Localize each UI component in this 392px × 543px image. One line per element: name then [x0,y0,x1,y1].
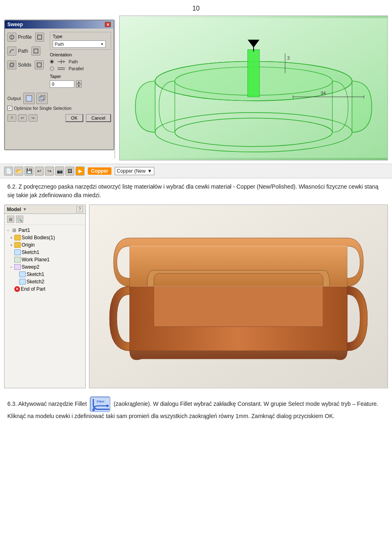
type-dropdown-arrow: ▼ [100,42,104,46]
footer-redo-icon[interactable]: ↪ [29,114,38,122]
path-action-icon[interactable] [31,47,40,56]
copper-dropdown[interactable]: Copper (New ▼ [115,167,154,175]
tree-expand-sweep2: − [9,265,13,269]
svg-rect-4 [10,64,13,67]
svg-text:34: 34 [321,91,326,96]
tree-item-end-of-part[interactable]: ✕ End of Part [4,285,85,293]
3d-view-copper [89,205,388,388]
type-section-title: Type [53,34,108,39]
model-tree-toolbar: ⊟ 🔍 [4,214,85,225]
footer-help-icon[interactable]: ? [7,114,16,122]
dialog-title: Sweep [7,22,23,27]
tree-item-workplane1[interactable]: Work Plane1 [4,256,85,263]
orientation-section: Orientation Path [50,52,111,71]
tree-item-solid-bodies[interactable]: + Solid Bodies(1) [4,234,85,241]
cancel-button[interactable]: Cancel [86,114,111,122]
tree-label-solid-bodies: Solid Bodies(1) [22,235,55,240]
fillet-tool-icon: Fillet [90,396,110,412]
toolbar-section: 📄 📂 💾 ↩ ↪ 📷 🖼 ▶ Copper Copper (New ▼ [0,164,392,178]
path-label: Path [18,48,28,54]
profile-icon[interactable] [7,33,16,42]
tree-icon-part1: ⊞ [11,227,18,233]
tree-item-sketch2-sweep[interactable]: Sketch2 [4,278,85,285]
path-dialog-icon[interactable] [7,47,16,56]
orientation-parallel-row[interactable]: Parallel [50,66,111,71]
dialog-close-button[interactable]: ✕ [105,22,111,27]
new-doc-icon[interactable]: 📄 [4,167,13,176]
bottom-text-section: 6.3. Aktywować narzędzie Fillet Fillet (… [0,393,392,424]
camera-icon[interactable]: 📷 [55,167,64,176]
page-number: 10 [0,0,392,16]
orientation-path-radio[interactable] [50,60,54,64]
footer-undo-icon[interactable]: ↩ [18,114,27,122]
copper-coil-svg [89,205,388,388]
solids-icon[interactable] [7,60,16,69]
tree-label-sketch2-sweep: Sketch2 [27,279,44,285]
sweep-dialog: Sweep ✕ Profile [4,20,114,150]
solids-action-icon[interactable] [35,60,44,69]
type-section: Type Path ▼ [50,32,111,50]
tree-expand-solid: + [9,236,13,240]
tree-item-sketch1-main[interactable]: Sketch1 [4,249,85,256]
tree-expand-origin: + [9,243,13,247]
tree-icon-end-of-part: ✕ [14,286,20,292]
taper-section: Taper 0 ▲ ▼ [50,74,111,88]
paragraph-2-line1: 6.3. Aktywować narzędzie Fillet [7,401,87,407]
svg-rect-24 [248,49,260,97]
taper-down-button[interactable]: ▼ [76,84,82,88]
tree-item-part1[interactable]: − ⊞ Part1 [4,227,85,234]
model-tree-help-icon[interactable]: ? [76,206,83,212]
svg-rect-3 [34,49,38,53]
orientation-path-label: Path [69,59,78,64]
output-btn-1[interactable] [23,93,35,104]
save-icon[interactable]: 💾 [24,167,33,176]
svg-text:Fillet: Fillet [97,400,105,403]
paragraph-1-text: 6.2. Z podręcznego paska narzędzi otworz… [7,183,379,198]
undo-icon[interactable]: ↩ [35,167,44,176]
orientation-path-row[interactable]: Path [50,59,111,65]
copper-badge: Copper [88,167,111,175]
model-tree-title-text: Model [7,207,21,212]
taper-spinners: ▲ ▼ [76,80,82,88]
top-section: Sweep ✕ Profile [0,16,392,160]
orientation-parallel-radio[interactable] [50,67,54,71]
taper-field[interactable]: 0 [50,80,74,88]
type-select[interactable]: Path ▼ [53,40,106,48]
tree-item-origin[interactable]: + Origin [4,241,85,249]
render-icon[interactable]: 🖼 [65,167,74,176]
output-btn-2[interactable] [36,93,48,104]
output-buttons [23,93,48,104]
tree-icon-sweep2 [14,264,21,270]
ok-button[interactable]: OK [65,114,83,122]
tree-item-sweep2[interactable]: − Sweep2 [4,263,85,271]
copper-dropdown-arrow: ▼ [147,168,152,174]
optimize-checkbox-row[interactable]: Optimize for Single Selection [7,106,111,111]
toolbar-icons: 📄 📂 💾 ↩ ↪ 📷 🖼 ▶ [4,167,85,176]
profile-label: Profile [18,34,32,40]
cursor-icon[interactable]: ▶ [76,167,85,176]
svg-rect-2 [38,35,42,39]
tree-label-sketch1-sweep: Sketch1 [27,272,44,277]
tree-search-icon[interactable]: 🔍 [16,216,23,223]
taper-up-button[interactable]: ▲ [76,80,82,84]
tree-item-sketch1-sweep[interactable]: Sketch1 [4,271,85,278]
tree-items: − ⊞ Part1 + Solid Bodies(1) + Origin Ske… [4,225,85,294]
profile-action-icon[interactable] [35,33,44,42]
tree-label-end-of-part: End of Part [21,286,45,292]
tree-filter-icon[interactable]: ⊟ [7,216,14,223]
dialog-titlebar: Sweep ✕ [5,20,114,29]
model-dropdown-arrow[interactable]: ▼ [23,207,27,211]
open-icon[interactable]: 📂 [14,167,23,176]
svg-point-38 [106,405,109,407]
svg-text:3: 3 [287,56,290,60]
model-tree-title: Model ▼ [7,207,27,212]
model-tree-panel: Model ▼ ? ⊟ 🔍 − ⊞ Part1 + Solid Bodies(1… [4,205,86,388]
optimize-checkbox[interactable] [7,106,12,111]
footer-icons: ? ↩ ↪ [7,114,38,122]
redo-icon[interactable]: ↪ [45,167,54,176]
dialog-footer: ? ↩ ↪ OK Cancel [7,114,111,122]
solids-label: Solids [18,62,31,68]
output-label: Output [7,96,21,101]
type-value: Path [55,42,64,47]
vertical-divider [114,20,115,158]
